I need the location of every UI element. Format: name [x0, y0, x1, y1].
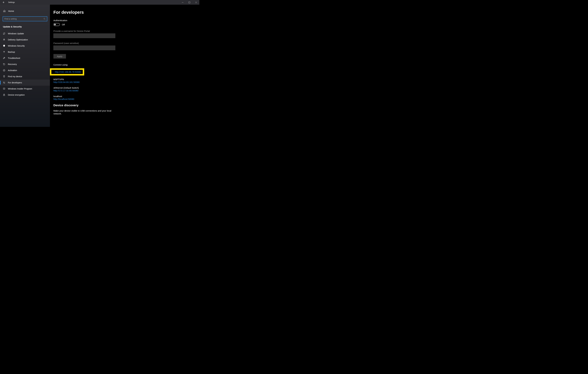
- delivery-icon: [3, 38, 6, 41]
- connection-url[interactable]: http://100.64.69.181:50080: [53, 81, 199, 83]
- sidebar-item-label: Find my device: [8, 75, 22, 78]
- connection-name: MSFTVPN: [53, 78, 199, 81]
- connection-item: MSFTVPN http://100.64.69.181:50080: [53, 78, 199, 83]
- titlebar: Settings: [0, 0, 199, 5]
- sidebar-item-troubleshoot[interactable]: Troubleshoot: [0, 55, 50, 61]
- check-circle-icon: [3, 69, 6, 72]
- svg-point-1: [44, 18, 45, 19]
- sidebar-item-windows-security[interactable]: Windows Security: [0, 43, 50, 49]
- close-icon: [195, 2, 197, 3]
- sidebar-item-label: Backup: [8, 51, 15, 53]
- svg-point-7: [4, 88, 5, 89]
- location-icon: [3, 75, 6, 78]
- maximize-button[interactable]: [186, 0, 193, 5]
- arrow-up-icon: [3, 51, 6, 53]
- settings-window: Settings Home: [0, 0, 199, 127]
- svg-point-3: [4, 76, 4, 76]
- close-button[interactable]: [193, 0, 199, 5]
- auth-toggle[interactable]: [53, 23, 60, 26]
- sidebar-item-for-developers[interactable]: For developers: [0, 80, 50, 86]
- discovery-heading: Device discovery: [53, 104, 199, 107]
- home-icon: [3, 10, 6, 12]
- connection-item: localhost http://localhost:50080: [53, 95, 199, 100]
- auth-toggle-label: Off: [62, 23, 65, 26]
- sidebar-item-delivery-optimization[interactable]: Delivery Optimization: [0, 37, 50, 43]
- wrench-icon: [3, 57, 6, 59]
- sidebar-item-backup[interactable]: Backup: [0, 49, 50, 55]
- window-title: Settings: [8, 1, 15, 3]
- sidebar-home[interactable]: Home: [3, 9, 47, 13]
- search-input[interactable]: [4, 18, 42, 20]
- apply-button[interactable]: Apply: [53, 54, 66, 59]
- recovery-icon: [3, 63, 6, 65]
- username-label: Provide a username for Device Portal: [53, 30, 199, 32]
- arrow-left-icon: [2, 1, 5, 3]
- svg-rect-0: [189, 2, 190, 3]
- search-icon: [43, 18, 45, 20]
- svg-rect-8: [3, 95, 5, 96]
- lock-icon: [3, 94, 6, 96]
- connection-name: localhost: [53, 95, 199, 97]
- sidebar-item-label: For developers: [8, 81, 22, 84]
- connection-name: vEthernet (Default Switch): [53, 86, 199, 89]
- password-input[interactable]: [53, 45, 115, 50]
- sidebar-item-label: Windows Security: [8, 45, 25, 47]
- page-title: For developers: [53, 10, 199, 15]
- back-button[interactable]: [1, 0, 6, 5]
- connection-url[interactable]: http://192.168.86.78:50080: [55, 71, 81, 73]
- sidebar-item-label: Troubleshoot: [8, 57, 20, 59]
- sidebar-category: Update & Security: [3, 25, 47, 28]
- sidebar-item-device-encryption[interactable]: Device encryption: [0, 92, 50, 98]
- sync-icon: [3, 32, 6, 35]
- sidebar-item-windows-insider[interactable]: Windows Insider Program: [0, 86, 50, 92]
- sidebar-item-label: Windows Update: [8, 32, 24, 35]
- sliders-icon: [3, 81, 6, 84]
- search-input-wrap[interactable]: [3, 16, 47, 21]
- auth-heading: Authentication: [53, 19, 199, 21]
- connection-item: vEthernet (Default Switch) http://172.17…: [53, 86, 199, 92]
- minimize-icon: [182, 2, 183, 3]
- password-label: Password (case sensitive): [53, 42, 199, 44]
- sidebar-item-activation[interactable]: Activation: [0, 67, 50, 74]
- sidebar-item-label: Recovery: [8, 63, 17, 65]
- sidebar: Home Update & Security Windows Update De…: [0, 5, 50, 127]
- main-content: For developers Authentication Off Provid…: [50, 5, 199, 127]
- sidebar-item-label: Delivery Optimization: [8, 39, 28, 41]
- svg-point-4: [3, 82, 4, 83]
- connection-url[interactable]: http://localhost:50080: [53, 98, 199, 100]
- sidebar-item-recovery[interactable]: Recovery: [0, 61, 50, 67]
- maximize-icon: [189, 2, 190, 3]
- window-controls: [179, 0, 199, 5]
- discovery-description: Make your device visible to USB connecti…: [53, 109, 116, 115]
- connect-heading: Connect using:: [53, 64, 199, 66]
- sidebar-item-label: Windows Insider Program: [8, 88, 32, 90]
- sidebar-item-label: Device encryption: [8, 94, 25, 96]
- auth-toggle-row: Off: [53, 23, 199, 26]
- sidebar-item-label: Activation: [8, 69, 17, 72]
- svg-point-6: [4, 88, 4, 89]
- sidebar-home-label: Home: [8, 10, 14, 12]
- sidebar-nav: Windows Update Delivery Optimization Win…: [0, 31, 50, 98]
- username-input[interactable]: [53, 33, 115, 38]
- sidebar-item-windows-update[interactable]: Windows Update: [0, 31, 50, 37]
- svg-point-5: [4, 83, 5, 83]
- minimize-button[interactable]: [179, 0, 186, 5]
- connection-url[interactable]: http://172.17.32.65:50080: [53, 89, 199, 92]
- shield-icon: [3, 44, 6, 47]
- sidebar-item-find-my-device[interactable]: Find my device: [0, 74, 50, 80]
- highlighted-connection: http://192.168.86.78:50080: [50, 68, 84, 75]
- ninja-cat-icon: [3, 87, 6, 90]
